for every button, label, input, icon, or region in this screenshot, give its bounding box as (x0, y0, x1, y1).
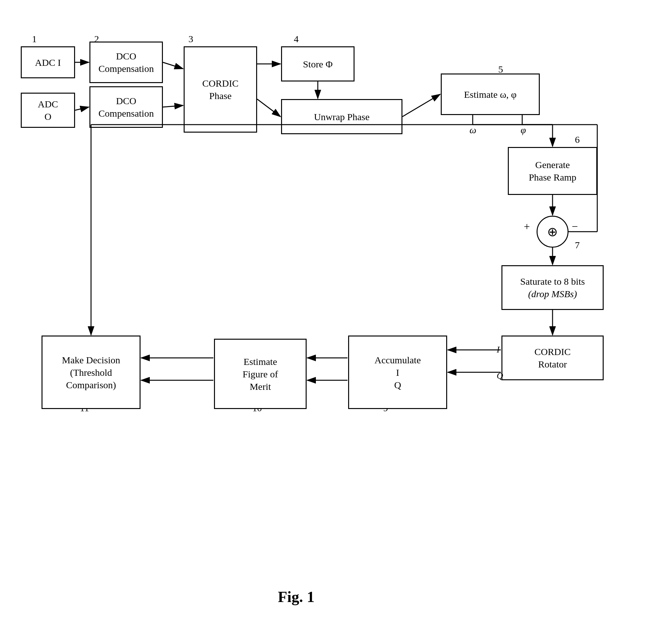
saturate-label: Saturate to 8 bits(drop MSBs) (520, 275, 585, 300)
cordic-phase-block: CORDICPhase (184, 46, 257, 133)
estimate-merit-block: EstimateFigure ofMerit (214, 339, 307, 409)
cordic-rotator-block: CORDICRotator (501, 335, 604, 380)
num-7: 7 (575, 240, 580, 250)
dco2-block: DCOCompensation (89, 86, 163, 128)
unwrap-phase-block: Unwrap Phase (281, 99, 403, 134)
adc1-label: ADC I (35, 56, 61, 69)
make-decision-block: Make Decision(ThresholdComparison) (41, 335, 140, 409)
num-5: 5 (498, 64, 503, 75)
store-phi-label: Store Φ (303, 58, 333, 70)
accumulate-label: AccumulateIQ (375, 354, 421, 391)
svg-line-7 (257, 99, 281, 117)
num-1: 1 (32, 33, 37, 44)
estimate-omega-label: Estimate ω, φ (464, 88, 517, 101)
diagram: 1 2 3 4 5 6 7 8 9 10 11 ADC I ADCO DCOCo… (0, 0, 672, 618)
num-6: 6 (575, 134, 580, 145)
estimate-merit-label: EstimateFigure ofMerit (243, 355, 278, 393)
saturate-block: Saturate to 8 bits(drop MSBs) (501, 265, 604, 310)
store-phi-block: Store Φ (281, 46, 354, 82)
minus-label: − (572, 220, 578, 233)
make-decision-label: Make Decision(ThresholdComparison) (62, 354, 120, 391)
generate-phase-label: GeneratePhase Ramp (529, 159, 576, 183)
adc0-block: ADCO (21, 93, 75, 128)
plus-symbol: ⊕ (547, 224, 558, 239)
num-4: 4 (294, 33, 299, 44)
I-label: I (497, 344, 499, 355)
cordic-rotator-label: CORDICRotator (534, 345, 570, 370)
svg-line-4 (163, 62, 183, 69)
adder-circle: ⊕ (537, 216, 568, 248)
svg-line-5 (163, 105, 183, 107)
dco1-label: DCOCompensation (98, 50, 154, 75)
unwrap-phase-label: Unwrap Phase (314, 111, 369, 123)
adc1-block: ADC I (21, 46, 75, 78)
fig-label: Fig. 1 (278, 588, 315, 606)
phi-label: φ (521, 125, 526, 135)
estimate-omega-block: Estimate ω, φ (441, 74, 540, 115)
Q-label: Q (497, 371, 503, 381)
omega-label: ω (469, 125, 476, 135)
generate-phase-block: GeneratePhase Ramp (508, 147, 597, 195)
plus-label: + (524, 220, 530, 233)
num-3: 3 (189, 33, 193, 44)
svg-line-3 (75, 107, 89, 110)
accumulate-block: AccumulateIQ (348, 335, 447, 409)
cordic-phase-label: CORDICPhase (202, 77, 238, 102)
dco1-block: DCOCompensation (89, 41, 163, 83)
svg-line-9 (403, 94, 440, 117)
adc0-label: ADCO (38, 98, 58, 123)
dco2-label: DCOCompensation (98, 95, 154, 119)
